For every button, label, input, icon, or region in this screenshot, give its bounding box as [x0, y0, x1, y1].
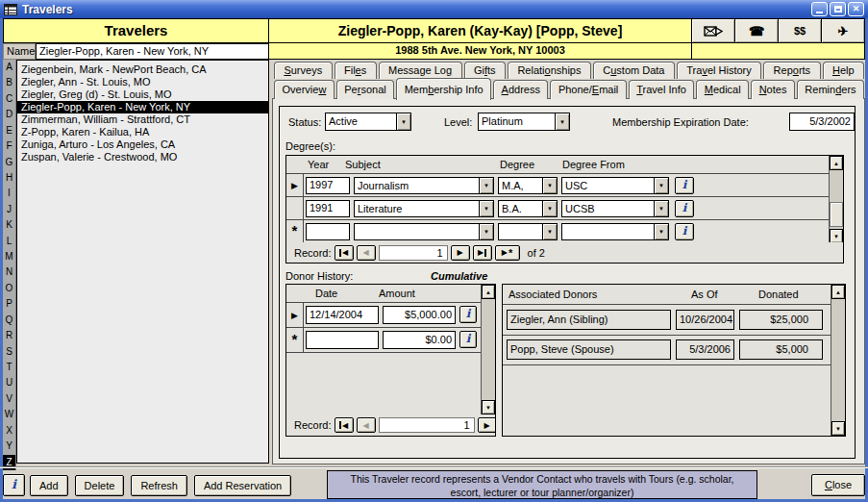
send-email-button[interactable]: [691, 18, 735, 43]
assoc-asof-field[interactable]: 10/26/2004: [676, 310, 734, 330]
degree-degree-combo[interactable]: ▼: [498, 223, 558, 240]
info-button[interactable]: i: [459, 306, 477, 323]
alpha-letter[interactable]: E: [3, 123, 15, 138]
footer-button[interactable]: Add Reservation: [194, 475, 291, 496]
traveler-list[interactable]: Ziegenbein, Mark - NewPort Beach, CAZieg…: [16, 60, 269, 464]
alpha-letter[interactable]: L: [3, 234, 15, 249]
scroll-down-icon[interactable]: ▼: [830, 229, 843, 243]
tab[interactable]: Medical: [696, 80, 749, 99]
chevron-down-icon[interactable]: ▼: [654, 201, 668, 216]
phone-button[interactable]: ☎: [734, 18, 779, 43]
chevron-down-icon[interactable]: ▼: [654, 178, 668, 193]
donor-date-field[interactable]: 12/14/2004: [306, 306, 379, 324]
traveler-list-item[interactable]: Ziegler, Greg (d) - St. Louis, MO: [17, 88, 268, 101]
tab[interactable]: Notes: [751, 80, 795, 99]
minimize-button[interactable]: [811, 2, 828, 16]
alpha-letter[interactable]: X: [3, 423, 15, 439]
degree-subject-combo[interactable]: Literature ▼: [354, 200, 494, 217]
tab[interactable]: Help: [823, 62, 864, 79]
alpha-letter[interactable]: M: [3, 249, 15, 264]
traveler-list-item[interactable]: Zuniga, Arturo - Los Angeles, CA: [17, 138, 268, 151]
assoc-donated-field[interactable]: $5,000: [739, 339, 823, 360]
assoc-scrollbar[interactable]: ▲ ▼: [831, 285, 845, 436]
title-bar[interactable]: Travelers ✕: [0, 0, 868, 18]
degree-degree-combo[interactable]: M.A, ▼: [498, 177, 558, 194]
travel-button[interactable]: ✈: [821, 18, 865, 43]
tab[interactable]: Travel History: [677, 62, 761, 79]
assoc-donated-field[interactable]: $25,000: [739, 310, 823, 330]
scroll-down-icon[interactable]: ▼: [482, 400, 495, 414]
tab[interactable]: Files: [335, 62, 377, 79]
chevron-down-icon[interactable]: ▼: [479, 201, 493, 216]
info-button[interactable]: i: [675, 223, 694, 240]
assoc-name-field[interactable]: Ziegler, Ann (Sibling): [507, 310, 671, 330]
traveler-list-item[interactable]: Z-Popp, Karen - Kailua, HA: [17, 126, 268, 138]
alpha-letter[interactable]: O: [3, 281, 15, 296]
donor-amount-field[interactable]: $5,000.00: [383, 306, 456, 324]
maximize-button[interactable]: [830, 2, 846, 16]
alpha-letter[interactable]: U: [3, 375, 15, 390]
info-button[interactable]: i: [459, 331, 477, 348]
alpha-letter[interactable]: A: [3, 60, 15, 75]
donor-scrollbar[interactable]: ▲ ▼: [481, 285, 495, 414]
degree-year-field[interactable]: 1997: [306, 177, 350, 194]
tab[interactable]: Travel Info: [629, 80, 695, 99]
scroll-thumb[interactable]: [830, 202, 843, 227]
tab[interactable]: Reports: [763, 62, 820, 79]
tab[interactable]: Overview: [274, 80, 335, 99]
previous-record-button[interactable]: ◀: [357, 245, 376, 261]
first-record-button[interactable]: ◀: [335, 417, 354, 433]
chevron-down-icon[interactable]: ▼: [542, 224, 557, 239]
alpha-letter[interactable]: F: [3, 138, 15, 154]
assoc-asof-field[interactable]: 5/3/2006: [676, 339, 734, 360]
degree-from-combo[interactable]: UCSB ▼: [561, 200, 669, 217]
degree-year-field[interactable]: 1991: [306, 200, 350, 217]
traveler-list-item[interactable]: Zimmerman, William - Strattford, CT: [17, 113, 268, 126]
close-window-button[interactable]: ✕: [848, 2, 864, 16]
chevron-down-icon[interactable]: ▼: [654, 224, 668, 239]
scroll-up-icon[interactable]: ▲: [830, 156, 843, 170]
record-selector[interactable]: [286, 197, 304, 219]
alpha-letter[interactable]: S: [3, 344, 15, 360]
tab[interactable]: Surveys: [274, 62, 333, 79]
alpha-letter[interactable]: D: [3, 107, 15, 122]
alpha-letter[interactable]: K: [3, 217, 15, 233]
donor-date-field[interactable]: [306, 331, 379, 349]
tab[interactable]: Message Log: [379, 62, 462, 79]
alpha-letter[interactable]: P: [3, 296, 15, 312]
record-number-input[interactable]: 1: [379, 245, 448, 261]
current-record-selector[interactable]: ▶: [286, 174, 304, 196]
tab[interactable]: Relationships: [508, 62, 591, 79]
degree-subject-combo[interactable]: ▼: [354, 223, 494, 240]
assoc-name-field[interactable]: Popp, Steve (Spouse): [507, 339, 671, 360]
alpha-letter[interactable]: R: [3, 328, 15, 343]
alpha-letter[interactable]: C: [3, 91, 15, 107]
traveler-list-item[interactable]: Ziegler-Popp, Karen - New York, NY: [17, 101, 268, 113]
info-button[interactable]: i: [675, 200, 694, 217]
chevron-down-icon[interactable]: ▼: [542, 178, 557, 193]
close-button[interactable]: Close: [811, 474, 865, 496]
footer-button[interactable]: Add: [30, 475, 68, 496]
current-record-selector[interactable]: ▶: [286, 303, 304, 327]
next-record-button[interactable]: ▶: [478, 417, 495, 433]
degree-subject-combo[interactable]: Journalism ▼: [354, 177, 494, 194]
previous-record-button[interactable]: ◀: [357, 417, 376, 433]
level-combo[interactable]: Platinum ▼: [478, 113, 570, 131]
name-input[interactable]: Ziegler-Popp, Karen - New York, NY: [36, 43, 269, 60]
status-combo[interactable]: Active ▼: [325, 113, 411, 131]
first-record-button[interactable]: ◀: [335, 245, 354, 261]
new-record-selector[interactable]: *: [286, 220, 304, 242]
new-record-selector[interactable]: *: [286, 328, 304, 352]
alpha-letter[interactable]: G: [3, 155, 15, 170]
record-number-input[interactable]: 1: [379, 417, 475, 433]
alpha-letter[interactable]: Q: [3, 313, 15, 328]
traveler-list-item[interactable]: Ziegenbein, Mark - NewPort Beach, CA: [17, 63, 268, 76]
tab[interactable]: Membership Info: [396, 78, 491, 100]
tab[interactable]: Gifts: [464, 62, 506, 79]
tab[interactable]: Reminders: [797, 80, 864, 99]
degree-from-combo[interactable]: USC ▼: [561, 177, 669, 194]
scroll-up-icon[interactable]: ▲: [831, 285, 845, 299]
tab[interactable]: Phone/Email: [550, 80, 626, 99]
alpha-letter[interactable]: W: [3, 407, 15, 422]
last-record-button[interactable]: ▶: [473, 245, 492, 261]
